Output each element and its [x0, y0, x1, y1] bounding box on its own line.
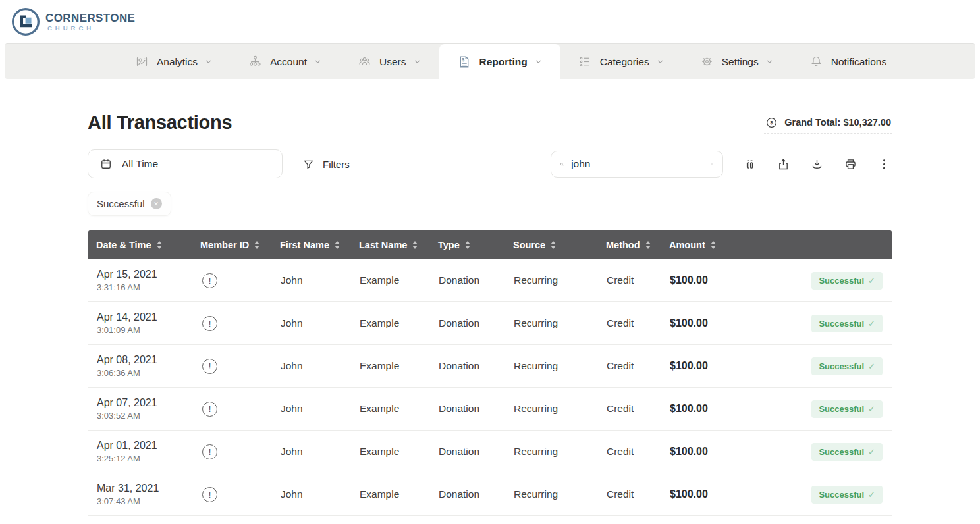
cell-member-id: !: [192, 473, 272, 515]
chevron-down-icon: [656, 57, 665, 66]
check-icon: ✓: [868, 447, 875, 457]
column-header-amount[interactable]: Amount: [661, 230, 746, 259]
cell-first-name: John: [272, 431, 351, 473]
table-row[interactable]: Apr 08, 2021 3:06:36 AM ! John Example D…: [88, 345, 892, 388]
reporting-icon: $: [457, 55, 472, 69]
column-header-first-name[interactable]: First Name: [271, 230, 350, 259]
nav-item-users[interactable]: Users: [340, 44, 439, 79]
nav-label: Analytics: [157, 56, 198, 68]
cell-amount: $100.00: [661, 345, 747, 387]
sort-icon: [254, 241, 259, 249]
table-body: Apr 15, 2021 3:31:16 AM ! John Example D…: [88, 259, 892, 516]
status-label: Successful: [819, 404, 864, 414]
date-range-selector[interactable]: All Time: [88, 149, 283, 178]
column-header-source[interactable]: Source: [504, 230, 597, 259]
print-button[interactable]: [842, 155, 859, 172]
column-header-member-id[interactable]: Member ID: [192, 230, 271, 259]
table-row[interactable]: Apr 07, 2021 3:03:52 AM ! John Example D…: [88, 388, 892, 431]
status-badge: Successful ✓: [811, 486, 883, 504]
cell-status: Successful ✓: [747, 302, 892, 344]
transaction-time: 3:31:16 AM: [97, 282, 140, 292]
table-row[interactable]: Mar 31, 2021 3:07:43 AM ! John Example D…: [88, 473, 892, 516]
cell-last-name: Example: [351, 473, 430, 515]
kebab-icon: [877, 157, 891, 171]
cell-member-id: !: [192, 431, 272, 473]
table-row[interactable]: Apr 15, 2021 3:31:16 AM ! John Example D…: [88, 259, 892, 302]
column-label: Type: [438, 240, 460, 250]
alert-circle-icon[interactable]: !: [202, 487, 217, 502]
cell-status: Successful ✓: [747, 388, 892, 430]
transaction-time: 3:06:36 AM: [97, 368, 140, 378]
alert-circle-icon[interactable]: !: [202, 316, 217, 331]
cornerstone-logo-icon: [11, 7, 41, 37]
nav-item-analytics[interactable]: Analytics: [117, 44, 231, 79]
alert-circle-icon[interactable]: !: [202, 444, 217, 459]
brand-logo[interactable]: CORNERSTONE CHURCH: [11, 7, 135, 37]
column-header-last-name[interactable]: Last Name: [350, 230, 429, 259]
cell-source: Recurring: [505, 345, 598, 387]
transaction-date: Apr 15, 2021: [97, 269, 157, 280]
check-icon: ✓: [868, 319, 875, 328]
main-content: All Transactions $ Grand Total: $10,327.…: [88, 112, 892, 516]
cell-last-name: Example: [351, 431, 430, 473]
cell-status: Successful ✓: [747, 345, 892, 387]
alert-circle-icon[interactable]: !: [202, 359, 217, 374]
active-filters-row: Successful ✕: [88, 192, 892, 216]
column-header-method[interactable]: Method: [597, 230, 661, 259]
top-bar: CORNERSTONE CHURCH: [0, 0, 980, 43]
column-header-date-time[interactable]: Date & Time: [88, 230, 192, 259]
categories-icon: [578, 55, 592, 68]
nav-item-settings[interactable]: Settings: [682, 44, 792, 79]
nav-item-notifications[interactable]: Notifications: [792, 44, 904, 79]
alert-circle-icon[interactable]: !: [202, 273, 217, 288]
cell-date: Mar 31, 2021 3:07:43 AM: [88, 473, 192, 515]
alert-circle-icon[interactable]: !: [202, 402, 217, 417]
nav-item-account[interactable]: Account: [231, 44, 340, 79]
filter-chip-successful[interactable]: Successful ✕: [88, 192, 171, 216]
transaction-date: Apr 01, 2021: [97, 440, 157, 452]
cell-member-id: !: [192, 259, 272, 301]
remove-filter-icon[interactable]: ✕: [151, 198, 162, 209]
cell-type: Donation: [430, 302, 505, 344]
check-icon: ✓: [868, 490, 875, 500]
chevron-down-icon: [534, 57, 543, 66]
column-label: First Name: [280, 240, 329, 250]
column-label: Amount: [669, 240, 705, 250]
cell-source: Recurring: [505, 473, 598, 515]
table-row[interactable]: Apr 01, 2021 3:25:12 AM ! John Example D…: [88, 431, 892, 473]
cell-type: Donation: [430, 473, 505, 515]
column-header-type[interactable]: Type: [429, 230, 504, 259]
cell-type: Donation: [430, 345, 505, 387]
filters-button[interactable]: Filters: [302, 158, 350, 170]
transaction-time: 3:25:12 AM: [97, 454, 140, 463]
account-icon: [248, 55, 262, 68]
share-button[interactable]: [775, 155, 792, 172]
clear-search-icon[interactable]: [710, 158, 714, 170]
cell-date: Apr 07, 2021 3:03:52 AM: [88, 388, 192, 430]
cell-amount: $100.00: [661, 259, 747, 301]
table-actions: [741, 155, 892, 172]
cell-method: Credit: [598, 302, 661, 344]
nav-label: Account: [270, 56, 307, 68]
download-button[interactable]: [808, 155, 825, 172]
nav-item-reporting[interactable]: $ Reporting: [439, 44, 560, 79]
more-options-button[interactable]: [875, 155, 892, 172]
cell-date: Apr 15, 2021 3:31:16 AM: [88, 259, 192, 301]
nav-item-categories[interactable]: Categories: [560, 44, 682, 79]
cell-member-id: !: [192, 388, 272, 430]
search-input[interactable]: [571, 158, 703, 170]
table-row[interactable]: Apr 14, 2021 3:01:09 AM ! John Example D…: [88, 302, 892, 345]
sort-icon: [335, 241, 340, 249]
grand-total[interactable]: $ Grand Total: $10,327.00: [764, 113, 892, 134]
cell-source: Recurring: [505, 431, 598, 473]
status-badge: Successful ✓: [811, 315, 883, 332]
nav-label: Users: [379, 56, 406, 68]
svg-text:$: $: [771, 120, 774, 126]
cell-date: Apr 01, 2021 3:25:12 AM: [88, 431, 192, 473]
cell-status: Successful ✓: [747, 259, 892, 301]
cell-member-id: !: [192, 345, 272, 387]
search-icon: [560, 158, 564, 170]
column-label: Last Name: [359, 240, 407, 250]
transaction-date: Apr 14, 2021: [97, 311, 157, 323]
columns-button[interactable]: [741, 155, 758, 172]
